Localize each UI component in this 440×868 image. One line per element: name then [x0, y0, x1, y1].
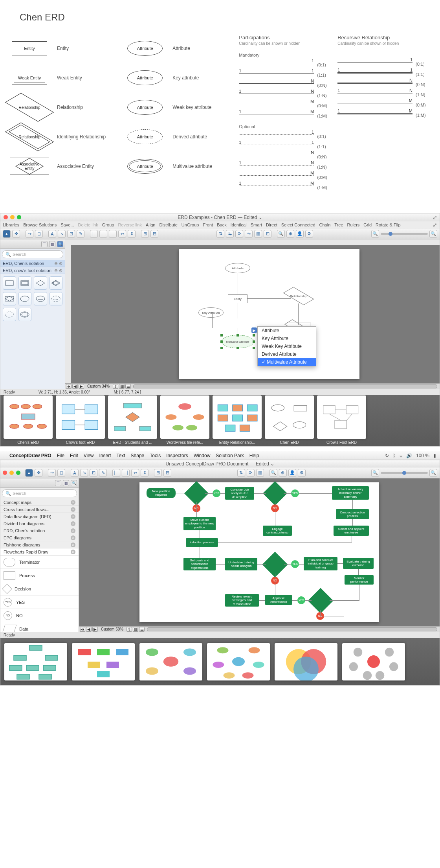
zoom-icon[interactable]: 🔍 — [277, 230, 285, 238]
fc-skills-decision[interactable]: Skills achieved? — [312, 592, 330, 610]
volume-icon[interactable]: 🔊 — [406, 453, 412, 458]
fc-move[interactable]: Move current employee to the new positio… — [183, 517, 216, 530]
callout-tool-icon[interactable]: ⊡ — [67, 230, 75, 238]
text-tool-icon[interactable]: A — [71, 469, 79, 477]
zoom-slider[interactable] — [381, 233, 428, 235]
menu-item[interactable]: Chain — [319, 223, 331, 227]
shape-tool-icon[interactable]: ◻ — [35, 230, 43, 238]
shape-tool-icon[interactable]: ◻ — [57, 469, 65, 477]
thumbnails-strip[interactable]: Chen's ERDCrow's foot ERDERD - Students … — [0, 395, 440, 446]
maximize-icon[interactable] — [16, 471, 20, 475]
grid-icon[interactable]: ▦ — [254, 230, 262, 238]
menu-item[interactable]: Grid — [363, 223, 372, 227]
context-menu[interactable]: ▶AttributeKey AttributeWeak Key Attribut… — [257, 326, 316, 366]
user-icon[interactable]: 👤 — [296, 230, 304, 238]
palette-shape[interactable] — [18, 276, 32, 290]
menu-item[interactable]: Smart — [251, 223, 262, 227]
thumbnails-strip[interactable] — [0, 638, 440, 685]
menu-item[interactable]: View — [84, 453, 94, 458]
library-item[interactable]: Data flow diagram (DFD)× — [0, 513, 79, 520]
window-controls[interactable] — [4, 215, 21, 219]
search-input[interactable]: 🔍 Search — [2, 250, 63, 258]
fc-advertise[interactable]: Advertise vacancy internally and/or exte… — [332, 486, 369, 500]
fc-start[interactable]: New position required — [147, 488, 176, 498]
menu-item[interactable]: File — [57, 453, 64, 458]
maximize-icon[interactable] — [17, 215, 21, 219]
library-item[interactable]: ERD, Chen's notation× — [0, 527, 79, 534]
menu-item[interactable]: Solution Park — [216, 453, 244, 458]
minimize-icon[interactable] — [9, 471, 14, 475]
shape-list-item[interactable]: Process — [0, 569, 79, 582]
h-scrollbar[interactable] — [147, 627, 437, 631]
page-prev-icon[interactable]: ◀ — [72, 384, 78, 389]
flip-icon[interactable]: ⇋ — [245, 230, 253, 238]
sidebar-search-icon[interactable]: 🔍 — [71, 480, 77, 486]
ungroup-icon[interactable]: ⊟ — [163, 469, 171, 477]
close-library-icon[interactable]: × — [71, 542, 75, 547]
sidebar-view-list-icon[interactable]: ☰ — [41, 241, 48, 247]
menu-item[interactable]: Rotate & Flip — [376, 223, 401, 227]
fc-evaluate[interactable]: Evaluate training outcome — [343, 558, 374, 569]
search-input[interactable]: 🔍 Search — [2, 489, 77, 497]
fc-yes[interactable]: YES — [297, 596, 305, 604]
menu-item[interactable]: Libraries — [3, 223, 19, 227]
library-item[interactable]: Concept maps× — [0, 499, 79, 506]
timemachine-icon[interactable]: ↻ — [385, 453, 389, 458]
library-item[interactable]: Flowcharts Rapid Draw× — [0, 548, 79, 555]
arrange-icon[interactable]: ⇅ — [237, 469, 245, 477]
arrange-icon[interactable]: ⇅ — [216, 230, 224, 238]
palette-shape[interactable] — [18, 308, 32, 321]
wifi-icon[interactable]: ⏚ — [400, 453, 402, 458]
page-first-icon[interactable]: ⏮ — [66, 384, 72, 389]
pointer-tool-icon[interactable]: ▴ — [3, 230, 11, 238]
canvas[interactable]: New position required Recruit new person… — [139, 482, 379, 622]
thumbnail[interactable] — [108, 395, 157, 439]
view-mode-2-icon[interactable]: ☰ — [125, 384, 131, 389]
h-scrollbar[interactable] — [133, 384, 437, 388]
context-trigger-icon[interactable]: ▶ — [251, 327, 257, 333]
thumbnail[interactable] — [4, 395, 53, 439]
menu-item[interactable]: Help — [249, 453, 259, 458]
zoom-out-icon[interactable]: 🔍 — [371, 230, 379, 238]
menu-item[interactable]: Identical — [231, 223, 247, 227]
close-library-icon[interactable]: × — [71, 500, 75, 505]
page-next-icon[interactable]: ▶ — [92, 627, 98, 632]
titlebar[interactable]: ERD Examples - Chen ERD — Edited ⌄ ⤢ — [0, 213, 440, 221]
menu-item[interactable]: UnGroup — [182, 223, 199, 227]
context-menu-item[interactable]: Attribute — [258, 327, 316, 335]
distribute-v-icon[interactable]: ⇕ — [128, 230, 136, 238]
line-tool-icon[interactable]: ↘ — [80, 469, 88, 477]
menu-item[interactable]: Direct — [266, 223, 277, 227]
palette-shape[interactable] — [3, 276, 16, 290]
menu-item[interactable]: Align — [146, 223, 155, 227]
expand-icon[interactable]: ⤢ — [433, 214, 438, 220]
fc-goals[interactable]: Set goals and performance expectations — [183, 558, 216, 570]
thumbnail[interactable] — [265, 395, 314, 439]
canvas-relationship-node[interactable]: Relationship — [287, 289, 310, 303]
palette-shape[interactable] — [34, 276, 47, 290]
fc-training-decision[interactable]: Training required? — [266, 555, 284, 574]
fc-appoint[interactable]: Select and appoint employee — [334, 526, 369, 536]
thumbnail[interactable] — [275, 643, 337, 680]
titlebar[interactable]: Unsaved ConceptDraw PRO Document — Edite… — [0, 460, 440, 467]
canvas[interactable]: Attribute Entity Relationship Key Attrib… — [71, 245, 440, 383]
zoom-out-icon[interactable]: 🔍 — [371, 469, 379, 477]
pen-tool-icon[interactable]: ✎ — [77, 230, 84, 238]
shape-list-item[interactable]: Terminator — [0, 555, 79, 569]
hand-tool-icon[interactable]: ✥ — [12, 230, 20, 238]
zoom-icon[interactable]: 🔍 — [270, 469, 277, 477]
zoom-label[interactable]: Custom 59% — [101, 627, 123, 631]
menu-item[interactable]: Delete link — [78, 223, 98, 227]
canvas-entity-node[interactable]: Entity — [228, 294, 248, 303]
connector-tool-icon[interactable]: ⇢ — [26, 230, 33, 238]
thumbnail[interactable] — [72, 643, 135, 680]
library-item[interactable]: ERD, crow's foot notation⊖ ⊗ — [0, 267, 65, 274]
fc-yes[interactable]: YES — [291, 560, 299, 568]
zoom-in-icon[interactable]: 🔍 — [429, 469, 437, 477]
menu-item[interactable]: Browse Solutions — [23, 223, 57, 227]
menu-item[interactable]: Rulers — [347, 223, 360, 227]
shape-list-item[interactable]: NONO — [0, 609, 79, 622]
menu-item[interactable]: Front — [203, 223, 213, 227]
bluetooth-icon[interactable]: ᛒ — [393, 453, 396, 458]
close-library-icon[interactable]: × — [71, 528, 75, 533]
